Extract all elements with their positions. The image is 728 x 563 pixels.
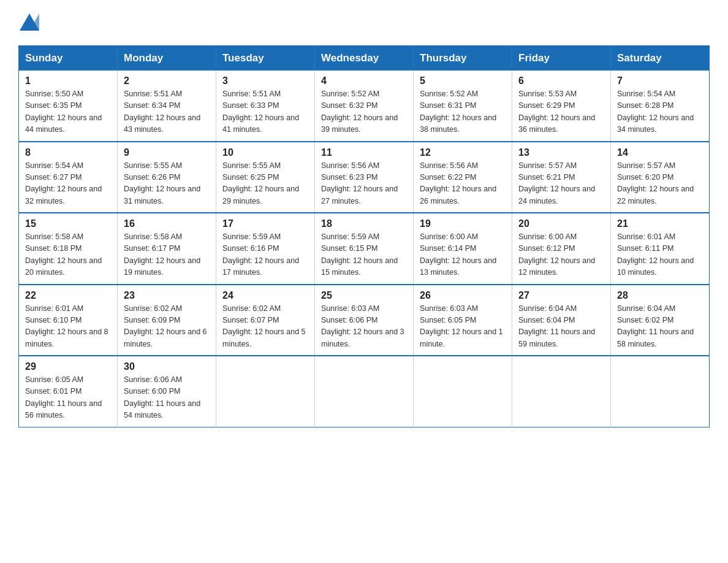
day-cell: 19Sunrise: 6:00 AMSunset: 6:14 PMDayligh… — [414, 213, 512, 285]
day-info: Sunrise: 6:02 AMSunset: 6:09 PMDaylight:… — [124, 303, 210, 351]
day-info: Sunrise: 5:52 AMSunset: 6:31 PMDaylight:… — [420, 88, 506, 136]
day-cell: 23Sunrise: 6:02 AMSunset: 6:09 PMDayligh… — [118, 285, 216, 356]
day-info: Sunrise: 5:58 AMSunset: 6:17 PMDaylight:… — [124, 231, 210, 279]
day-number: 26 — [420, 290, 506, 301]
day-info: Sunrise: 6:00 AMSunset: 6:12 PMDaylight:… — [518, 231, 604, 279]
day-info: Sunrise: 5:56 AMSunset: 6:23 PMDaylight:… — [321, 160, 407, 208]
day-info: Sunrise: 6:02 AMSunset: 6:07 PMDaylight:… — [222, 303, 308, 351]
day-cell: 18Sunrise: 5:59 AMSunset: 6:15 PMDayligh… — [315, 213, 414, 285]
day-cell — [216, 356, 315, 427]
header-friday: Friday — [512, 46, 611, 71]
day-number: 22 — [25, 290, 111, 301]
day-cell: 29Sunrise: 6:05 AMSunset: 6:01 PMDayligh… — [19, 356, 118, 427]
day-number: 14 — [617, 147, 703, 158]
day-info: Sunrise: 5:52 AMSunset: 6:32 PMDaylight:… — [321, 88, 407, 136]
day-number: 15 — [25, 218, 111, 229]
week-row-1: 1Sunrise: 5:50 AMSunset: 6:35 PMDaylight… — [19, 71, 710, 142]
day-cell: 16Sunrise: 5:58 AMSunset: 6:17 PMDayligh… — [118, 213, 216, 285]
day-info: Sunrise: 5:57 AMSunset: 6:21 PMDaylight:… — [518, 160, 604, 208]
day-number: 5 — [420, 75, 506, 86]
day-cell: 13Sunrise: 5:57 AMSunset: 6:21 PMDayligh… — [512, 142, 611, 213]
day-info: Sunrise: 5:54 AMSunset: 6:28 PMDaylight:… — [617, 88, 703, 136]
day-cell: 2Sunrise: 5:51 AMSunset: 6:34 PMDaylight… — [118, 71, 216, 142]
day-info: Sunrise: 5:59 AMSunset: 6:16 PMDaylight:… — [222, 231, 308, 279]
day-cell — [611, 356, 710, 427]
day-cell: 11Sunrise: 5:56 AMSunset: 6:23 PMDayligh… — [315, 142, 414, 213]
day-cell: 3Sunrise: 5:51 AMSunset: 6:33 PMDaylight… — [216, 71, 315, 142]
calendar-table: SundayMondayTuesdayWednesdayThursdayFrid… — [18, 45, 710, 427]
day-cell: 5Sunrise: 5:52 AMSunset: 6:31 PMDaylight… — [414, 71, 512, 142]
page-header — [18, 12, 710, 34]
day-info: Sunrise: 6:00 AMSunset: 6:14 PMDaylight:… — [420, 231, 506, 279]
header-thursday: Thursday — [414, 46, 512, 71]
header-monday: Monday — [118, 46, 216, 71]
day-info: Sunrise: 5:56 AMSunset: 6:22 PMDaylight:… — [420, 160, 506, 208]
day-number: 6 — [518, 75, 604, 86]
day-number: 30 — [124, 361, 210, 372]
day-info: Sunrise: 6:03 AMSunset: 6:05 PMDaylight:… — [420, 303, 506, 351]
day-number: 11 — [321, 147, 407, 158]
day-info: Sunrise: 5:57 AMSunset: 6:20 PMDaylight:… — [617, 160, 703, 208]
day-info: Sunrise: 6:04 AMSunset: 6:02 PMDaylight:… — [617, 303, 703, 351]
day-cell: 7Sunrise: 5:54 AMSunset: 6:28 PMDaylight… — [611, 71, 710, 142]
day-cell — [414, 356, 512, 427]
day-info: Sunrise: 5:55 AMSunset: 6:26 PMDaylight:… — [124, 160, 210, 208]
day-number: 3 — [222, 75, 308, 86]
header-tuesday: Tuesday — [216, 46, 315, 71]
day-info: Sunrise: 5:54 AMSunset: 6:27 PMDaylight:… — [25, 160, 111, 208]
day-cell: 14Sunrise: 5:57 AMSunset: 6:20 PMDayligh… — [611, 142, 710, 213]
logo-icon — [18, 12, 40, 34]
day-number: 1 — [25, 75, 111, 86]
day-number: 27 — [518, 290, 604, 301]
day-info: Sunrise: 5:51 AMSunset: 6:33 PMDaylight:… — [222, 88, 308, 136]
day-number: 25 — [321, 290, 407, 301]
day-cell: 30Sunrise: 6:06 AMSunset: 6:00 PMDayligh… — [118, 356, 216, 427]
day-number: 20 — [518, 218, 604, 229]
day-number: 7 — [617, 75, 703, 86]
day-number: 2 — [124, 75, 210, 86]
day-cell: 10Sunrise: 5:55 AMSunset: 6:25 PMDayligh… — [216, 142, 315, 213]
day-cell: 1Sunrise: 5:50 AMSunset: 6:35 PMDaylight… — [19, 71, 118, 142]
day-info: Sunrise: 6:06 AMSunset: 6:00 PMDaylight:… — [124, 374, 210, 422]
day-number: 4 — [321, 75, 407, 86]
day-number: 12 — [420, 147, 506, 158]
calendar-header: SundayMondayTuesdayWednesdayThursdayFrid… — [19, 46, 710, 71]
day-cell: 8Sunrise: 5:54 AMSunset: 6:27 PMDaylight… — [19, 142, 118, 213]
day-cell: 9Sunrise: 5:55 AMSunset: 6:26 PMDaylight… — [118, 142, 216, 213]
day-info: Sunrise: 6:01 AMSunset: 6:11 PMDaylight:… — [617, 231, 703, 279]
day-cell — [512, 356, 611, 427]
day-info: Sunrise: 5:50 AMSunset: 6:35 PMDaylight:… — [25, 88, 111, 136]
day-number: 18 — [321, 218, 407, 229]
day-info: Sunrise: 5:58 AMSunset: 6:18 PMDaylight:… — [25, 231, 111, 279]
day-cell — [315, 356, 414, 427]
day-number: 17 — [222, 218, 308, 229]
day-cell: 22Sunrise: 6:01 AMSunset: 6:10 PMDayligh… — [19, 285, 118, 356]
day-cell: 4Sunrise: 5:52 AMSunset: 6:32 PMDaylight… — [315, 71, 414, 142]
day-cell: 28Sunrise: 6:04 AMSunset: 6:02 PMDayligh… — [611, 285, 710, 356]
day-number: 10 — [222, 147, 308, 158]
day-number: 24 — [222, 290, 308, 301]
day-cell: 6Sunrise: 5:53 AMSunset: 6:29 PMDaylight… — [512, 71, 611, 142]
day-info: Sunrise: 6:01 AMSunset: 6:10 PMDaylight:… — [25, 303, 111, 351]
day-cell: 15Sunrise: 5:58 AMSunset: 6:18 PMDayligh… — [19, 213, 118, 285]
day-cell: 25Sunrise: 6:03 AMSunset: 6:06 PMDayligh… — [315, 285, 414, 356]
day-info: Sunrise: 6:03 AMSunset: 6:06 PMDaylight:… — [321, 303, 407, 351]
day-cell: 21Sunrise: 6:01 AMSunset: 6:11 PMDayligh… — [611, 213, 710, 285]
day-number: 29 — [25, 361, 111, 372]
week-row-3: 15Sunrise: 5:58 AMSunset: 6:18 PMDayligh… — [19, 213, 710, 285]
header-wednesday: Wednesday — [315, 46, 414, 71]
day-info: Sunrise: 5:53 AMSunset: 6:29 PMDaylight:… — [518, 88, 604, 136]
week-row-2: 8Sunrise: 5:54 AMSunset: 6:27 PMDaylight… — [19, 142, 710, 213]
day-number: 23 — [124, 290, 210, 301]
day-number: 28 — [617, 290, 703, 301]
header-sunday: Sunday — [19, 46, 118, 71]
day-info: Sunrise: 6:05 AMSunset: 6:01 PMDaylight:… — [25, 374, 111, 422]
day-info: Sunrise: 5:51 AMSunset: 6:34 PMDaylight:… — [124, 88, 210, 136]
day-number: 21 — [617, 218, 703, 229]
week-row-5: 29Sunrise: 6:05 AMSunset: 6:01 PMDayligh… — [19, 356, 710, 427]
day-cell: 12Sunrise: 5:56 AMSunset: 6:22 PMDayligh… — [414, 142, 512, 213]
day-number: 16 — [124, 218, 210, 229]
week-row-4: 22Sunrise: 6:01 AMSunset: 6:10 PMDayligh… — [19, 285, 710, 356]
day-cell: 27Sunrise: 6:04 AMSunset: 6:04 PMDayligh… — [512, 285, 611, 356]
day-info: Sunrise: 5:59 AMSunset: 6:15 PMDaylight:… — [321, 231, 407, 279]
